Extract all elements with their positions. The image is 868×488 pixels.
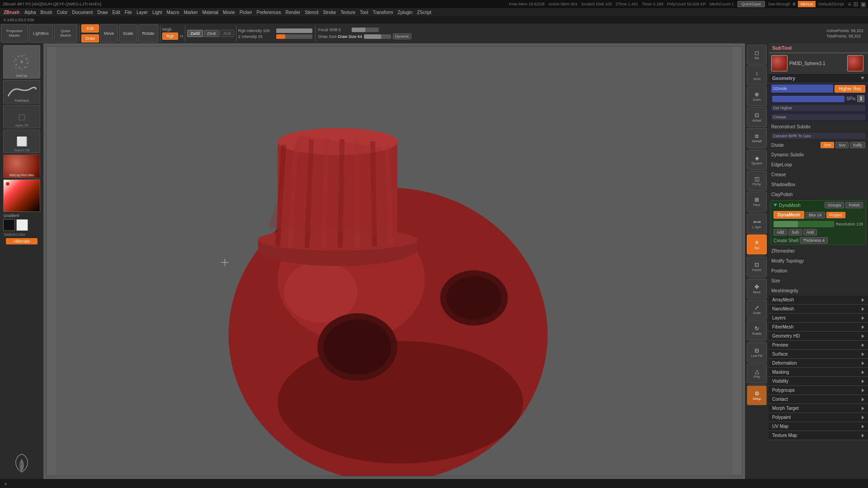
blur-btn[interactable]: Blur 24 [806, 212, 825, 218]
draw-btn[interactable]: Draw [81, 34, 99, 42]
uv-map-row[interactable]: UV Map [769, 422, 868, 431]
crease-main-row[interactable]: Crease [769, 169, 868, 179]
poly-btn[interactable]: △ Poly [747, 363, 767, 383]
menu-transform[interactable]: Transform [370, 9, 395, 15]
kally-btn[interactable]: Kally [850, 142, 865, 148]
color-swatch-black[interactable] [3, 219, 15, 231]
bill-btn[interactable]: ◻ Bill [747, 45, 767, 65]
claypolish-row[interactable]: ClayPolish [769, 189, 868, 199]
layers-row[interactable]: Layers [769, 314, 868, 323]
scroll-btn[interactable]: ↕ Scrol [747, 66, 767, 85]
floor-btn[interactable]: ⊞ Floor [747, 192, 767, 211]
menu-stroke[interactable]: Stroke [321, 9, 338, 15]
actual-btn[interactable]: ⊡ Actual [747, 107, 767, 127]
contact-row[interactable]: Contact [769, 395, 868, 404]
lightbox-btn[interactable]: LightBox [29, 24, 53, 42]
sdiv-slider[interactable]: SDivide [771, 84, 833, 93]
resolution-slider[interactable] [774, 221, 834, 227]
move-btn[interactable]: Move [100, 24, 118, 42]
geometry-section-header[interactable]: Geometry [769, 74, 868, 83]
add-btn[interactable]: Add [774, 229, 787, 235]
menu-document[interactable]: Document [70, 9, 95, 15]
lsym-btn[interactable]: ⟺ L.Sym [747, 214, 767, 234]
shadowbox-row[interactable]: ShadowBox [769, 179, 868, 189]
rotate-btn[interactable]: Rotate [138, 24, 159, 42]
visibility-row[interactable]: Visibility [769, 377, 868, 386]
polygroups-row[interactable]: Polygroups [769, 386, 868, 395]
masking-row[interactable]: Masking [769, 368, 868, 377]
subtool-preview-row[interactable]: PM3D_Sphere3.1 [769, 53, 868, 74]
polypaint-row[interactable]: Polypaint [769, 413, 868, 422]
crease-slider[interactable]: Crease [771, 114, 865, 120]
project-btn[interactable]: Project [826, 212, 845, 218]
rgb-intensity-slider[interactable] [276, 28, 312, 33]
groups-btn[interactable]: Groups [825, 202, 844, 208]
menu-edit[interactable]: Edit [110, 9, 123, 15]
zremesher-row[interactable]: ZRemesher [769, 246, 868, 256]
menu-zplugin[interactable]: Zplugin [396, 9, 415, 15]
setup-btn[interactable]: ⚙ Setup [747, 385, 767, 405]
menu-stencil[interactable]: Stencil [302, 9, 321, 15]
geometry-hd-row[interactable]: Geometry HD [769, 332, 868, 341]
menu-layer[interactable]: Layer [134, 9, 150, 15]
draw-size-slider[interactable] [364, 34, 391, 39]
texture-preview[interactable]: ⬜ Texture Off [3, 130, 40, 153]
reconstruct-subdiv-row[interactable]: Reconstruct Subdiv [769, 122, 868, 131]
focal-shift-slider[interactable] [352, 28, 379, 32]
suv-btn[interactable]: Suv [835, 142, 849, 148]
stroke-preview[interactable]: FreeHand [3, 80, 40, 103]
zcol-btn[interactable]: Zcol [220, 30, 234, 37]
projection-master-btn[interactable]: Projection Master [1, 24, 28, 42]
dynamic-view-btn[interactable]: ◈ Dynami [747, 150, 767, 170]
zsub-btn[interactable]: Zsub [204, 30, 219, 37]
scale-btn[interactable]: Scale [119, 24, 137, 42]
color-picker[interactable] [3, 179, 40, 212]
menu-macro[interactable]: Macro [165, 9, 182, 15]
z-intensity-slider[interactable] [276, 34, 312, 39]
menu-file[interactable]: File [123, 9, 134, 15]
menu-material[interactable]: Material [200, 9, 221, 15]
morph-target-row[interactable]: Morph Target [769, 404, 868, 413]
thickness-btn[interactable]: Thickness 4 [800, 237, 828, 244]
size-row[interactable]: Size [769, 276, 868, 286]
smt-btn[interactable]: Smt [821, 142, 834, 148]
edgeloop-row[interactable]: EdgeLoop [769, 160, 868, 169]
del-higher-slider[interactable]: Del Higher [771, 105, 865, 111]
menu-color[interactable]: Color [55, 9, 70, 15]
color-swatch-white[interactable] [16, 219, 28, 231]
dynamesh-active-btn[interactable]: DynaMesh [774, 211, 804, 219]
3d-model-viewport[interactable] [47, 47, 742, 476]
material-preview[interactable]: MatCap Red Wax [3, 155, 40, 178]
frame-btn[interactable]: ⊡ Frame [747, 257, 767, 277]
menu-marker[interactable]: Marker [181, 9, 200, 15]
menu-preferences[interactable]: Preferences [255, 9, 283, 15]
menu-light[interactable]: Light [150, 9, 165, 15]
zoom-btn[interactable]: ⊕ Zoom [747, 86, 767, 106]
menus-button[interactable]: Menus [798, 1, 816, 7]
move-tool-btn[interactable]: ✥ Move [747, 279, 767, 299]
quick-save-button[interactable]: QuickSave [737, 1, 765, 7]
menu-movie[interactable]: Movie [221, 9, 237, 15]
menu-tool[interactable]: Tool [358, 9, 370, 15]
menu-texture[interactable]: Texture [338, 9, 358, 15]
polish-btn[interactable]: Polish [845, 202, 863, 208]
fiber-mesh-row[interactable]: FiberMesh [769, 323, 868, 332]
menu-render[interactable]: Render [283, 9, 303, 15]
persp-btn[interactable]: ◫ Persp [747, 171, 767, 191]
menu-brush[interactable]: Brush [38, 9, 55, 15]
brush-thumbnail[interactable]: MatCap [3, 45, 40, 79]
preview-row[interactable]: Preview [769, 341, 868, 350]
aahalf-btn[interactable]: ⧉ AAHalf [747, 128, 767, 148]
edit-btn[interactable]: Edit [81, 24, 99, 33]
texture-map-row[interactable]: Texture Map [769, 431, 868, 440]
array-mesh-row[interactable]: ArrayMesh [769, 296, 868, 305]
rgb-btn[interactable]: Rgb [162, 33, 178, 40]
menu-alpha[interactable]: Alpha [22, 9, 38, 15]
linepill-btn[interactable]: ⊟ Line Pill [747, 343, 767, 362]
convert-bpr-slider[interactable]: Convert BPR To Geo [771, 133, 865, 139]
dynamic-btn[interactable]: Dynamic [393, 33, 411, 39]
spix-slider[interactable] [772, 96, 844, 102]
menu-picker[interactable]: Picker [237, 9, 255, 15]
xyz-btn[interactable]: ✕ Xyz [747, 235, 767, 254]
surface-row[interactable]: Surface [769, 350, 868, 359]
